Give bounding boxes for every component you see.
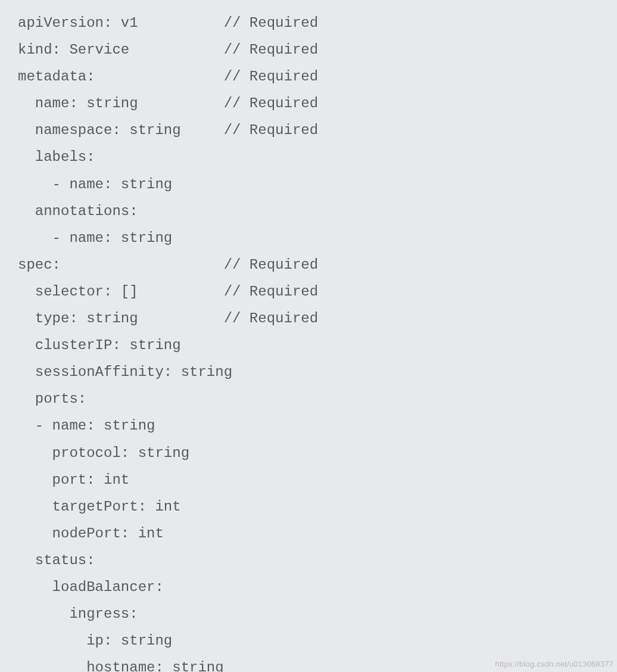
code-line: loadBalancer: xyxy=(18,574,617,601)
code-text: apiVersion: v1 // Required xyxy=(18,15,318,31)
code-text: protocol: string xyxy=(18,445,189,461)
code-line: name: string // Required xyxy=(18,90,617,117)
code-line: namespace: string // Required xyxy=(18,117,617,144)
code-line: ports: xyxy=(18,385,617,412)
code-text: namespace: string // Required xyxy=(18,122,318,138)
code-line: annotations: xyxy=(18,198,617,225)
code-text: port: int xyxy=(18,472,129,488)
code-line: clusterIP: string xyxy=(18,332,617,359)
code-text: status: xyxy=(18,552,95,568)
code-text: selector: [] // Required xyxy=(18,284,318,300)
code-block: apiVersion: v1 // Requiredkind: Service … xyxy=(18,10,617,672)
code-text: - name: string xyxy=(18,176,172,192)
code-text: - name: string xyxy=(18,230,172,246)
code-line: metadata: // Required xyxy=(18,63,617,90)
code-line: - name: string xyxy=(18,225,617,251)
code-text: nodePort: int xyxy=(18,525,164,542)
code-line: nodePort: int xyxy=(18,520,617,547)
code-line: labels: xyxy=(18,144,617,170)
watermark-text: https://blog.csdn.net/u013068377 xyxy=(495,659,613,668)
code-text: name: string // Required xyxy=(18,95,318,111)
code-line: status: xyxy=(18,547,617,574)
code-line: - name: string xyxy=(18,412,617,439)
code-text: ports: xyxy=(18,391,86,407)
code-text: sessionAffinity: string xyxy=(18,364,232,380)
code-text: kind: Service // Required xyxy=(18,42,318,58)
code-text: clusterIP: string xyxy=(18,337,181,353)
code-line: ingress: xyxy=(18,601,617,627)
code-text: loadBalancer: xyxy=(18,579,164,595)
code-line: sessionAffinity: string xyxy=(18,359,617,385)
code-text: spec: // Required xyxy=(18,257,318,273)
code-line: spec: // Required xyxy=(18,251,617,278)
code-line: ip: string xyxy=(18,627,617,654)
code-text: labels: xyxy=(18,149,95,165)
code-text: targetPort: int xyxy=(18,499,181,515)
code-text: hostname: string xyxy=(18,659,224,672)
code-text: - name: string xyxy=(18,418,155,434)
code-line: type: string // Required xyxy=(18,305,617,332)
code-line: selector: [] // Required xyxy=(18,278,617,305)
code-text: type: string // Required xyxy=(18,310,318,326)
code-text: annotations: xyxy=(18,203,138,219)
code-line: port: int xyxy=(18,466,617,493)
code-line: apiVersion: v1 // Required xyxy=(18,10,617,36)
code-line: - name: string xyxy=(18,171,617,198)
code-line: targetPort: int xyxy=(18,493,617,520)
code-line: protocol: string xyxy=(18,440,617,466)
code-text: ip: string xyxy=(18,633,172,649)
code-line: kind: Service // Required xyxy=(18,36,617,63)
code-text: metadata: // Required xyxy=(18,69,318,85)
code-text: ingress: xyxy=(18,606,138,622)
